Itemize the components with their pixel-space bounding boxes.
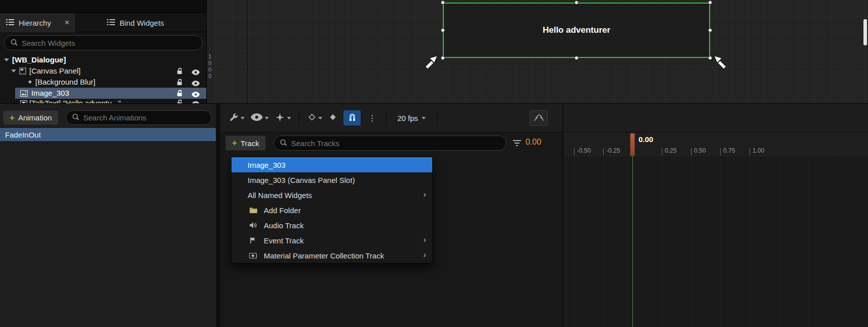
folder-icon	[248, 207, 259, 214]
resize-cursor-icon	[421, 53, 440, 73]
more-options-icon[interactable]: ⋮	[367, 113, 378, 123]
expander-icon[interactable]	[4, 58, 9, 61]
unlock-icon[interactable]	[177, 90, 183, 98]
menu-item-image-303-canvas-slot[interactable]: Image_303 (Canvas Panel Slot)	[232, 172, 432, 187]
timeline-gridline	[574, 158, 574, 327]
resize-handle[interactable]	[441, 28, 445, 32]
resize-handle[interactable]	[708, 28, 712, 32]
expander-icon[interactable]	[11, 70, 16, 73]
fps-label: 20 fps	[397, 114, 418, 122]
viewport-ruler-value: 1000	[208, 53, 214, 80]
chevron-down-icon	[318, 117, 322, 119]
search-icon	[11, 39, 18, 47]
auto-key-button[interactable]	[328, 113, 337, 123]
ruler-tick-label: -0.50	[577, 147, 591, 154]
current-time-display[interactable]: 0.00	[526, 138, 541, 147]
playhead-marker[interactable]	[630, 133, 635, 156]
safe-zone-dashed-line	[247, 0, 248, 103]
eye-icon	[251, 113, 263, 122]
tree-item-wb-dialogue[interactable]: [WB_Dialogue]	[0, 54, 206, 66]
search-widgets-input[interactable]	[22, 39, 196, 47]
menu-item-label: Event Track	[264, 236, 304, 245]
keyframe-options-button[interactable]	[308, 113, 322, 123]
unlock-icon[interactable]	[177, 79, 183, 87]
selected-widget-image-303[interactable]: Hello adventurer	[443, 3, 710, 58]
search-tracks-input[interactable]	[291, 139, 500, 148]
viewport-scrollbar[interactable]	[863, 19, 867, 45]
visibility-eye-icon[interactable]	[192, 79, 200, 88]
timeline-gridline	[808, 158, 808, 327]
panel-divider[interactable]	[216, 104, 220, 327]
unlock-icon[interactable]	[177, 99, 183, 103]
search-animations-box	[66, 110, 212, 125]
search-animations-input[interactable]	[83, 113, 205, 122]
keyframe-filled-diamond-icon	[328, 113, 337, 123]
sequencer-options-button[interactable]	[228, 112, 245, 124]
hierarchy-tab-bar: Hierarchy × Bind Widgets	[0, 13, 206, 32]
resize-handle[interactable]	[574, 56, 578, 60]
menu-item-label: Image_303	[248, 161, 285, 169]
search-icon	[72, 113, 79, 122]
ruler-tick-label: 1.00	[753, 147, 764, 154]
tree-item-label: Image_303	[31, 89, 69, 97]
tree-item-talktext[interactable]: [TalkText] "Hello adventu..."	[0, 99, 206, 103]
fps-dropdown[interactable]: 20 fps	[394, 114, 429, 122]
material-icon	[248, 252, 259, 259]
audio-icon	[248, 222, 259, 229]
tab-hierarchy[interactable]: Hierarchy ×	[0, 13, 76, 32]
menu-item-material-parameter-collection-track[interactable]: Material Parameter Collection Track ›	[232, 248, 432, 263]
plus-icon: +	[10, 113, 15, 123]
add-track-button[interactable]: + Track	[225, 136, 266, 151]
view-options-button[interactable]	[251, 113, 269, 122]
timeline-gridline	[779, 158, 779, 327]
tab-bind-widgets[interactable]: Bind Widgets	[101, 13, 170, 32]
menu-item-label: Material Parameter Collection Track	[264, 251, 384, 260]
sparkle-icon	[275, 112, 285, 124]
unlock-icon[interactable]	[177, 68, 183, 76]
close-icon[interactable]: ×	[65, 18, 69, 27]
ruler-tick-label: 0.50	[694, 147, 706, 154]
filter-icon[interactable]	[512, 140, 522, 148]
tree-item-image-303[interactable]: Image_303	[0, 88, 206, 99]
timeline-gridline	[749, 158, 750, 327]
animation-item-fadeinout[interactable]: FadeInOut	[0, 128, 216, 141]
chevron-down-icon	[265, 117, 269, 119]
widget-text: Hello adventurer	[543, 25, 610, 35]
menu-item-add-folder[interactable]: Add Folder	[232, 203, 432, 218]
resize-handle[interactable]	[574, 1, 578, 5]
toolbar-separator	[437, 110, 437, 125]
tab-label: Hierarchy	[19, 19, 51, 27]
playback-options-button[interactable]	[275, 112, 291, 124]
search-widgets-box	[4, 35, 203, 50]
list-icon	[107, 19, 115, 27]
menu-item-image-303[interactable]: Image_303	[232, 157, 432, 172]
submenu-arrow-icon: ›	[423, 250, 426, 260]
add-track-label: Track	[241, 139, 259, 148]
animation-item-label: FadeInOut	[5, 130, 41, 139]
toolbar-separator	[299, 110, 300, 125]
menu-item-label: Add Folder	[264, 206, 301, 215]
resize-handle[interactable]	[441, 1, 445, 5]
designer-viewport[interactable]: 1000 Hello adventurer	[207, 0, 868, 103]
panel-title-strip	[0, 0, 206, 13]
chevron-down-icon	[422, 117, 426, 119]
resize-handle[interactable]	[708, 1, 712, 5]
timeline-body[interactable]	[563, 158, 868, 327]
visibility-eye-icon[interactable]	[192, 68, 200, 77]
curve-editor-button[interactable]	[530, 110, 548, 126]
submenu-arrow-icon: ›	[423, 189, 426, 200]
add-animation-button[interactable]: + Animation	[3, 110, 59, 125]
snapping-toggle-button[interactable]	[343, 110, 361, 125]
menu-item-audio-track[interactable]: Audio Track	[232, 218, 432, 233]
tree-item-label: [Background Blur]	[35, 78, 95, 86]
tree-item-label: [WB_Dialogue]	[12, 55, 66, 64]
tree-item-canvas-panel[interactable]: [Canvas Panel]	[0, 66, 206, 77]
plus-icon: +	[232, 138, 237, 148]
menu-item-event-track[interactable]: Event Track ›	[232, 233, 432, 248]
tree-item-background-blur[interactable]: [Background Blur]	[0, 77, 206, 88]
umg-editor-window: Hierarchy × Bind Widgets [WB_Dialogue]	[0, 0, 868, 327]
resize-handle[interactable]	[441, 56, 445, 60]
visibility-eye-icon[interactable]	[192, 90, 200, 99]
menu-item-all-named-widgets[interactable]: All Named Widgets ›	[232, 187, 432, 203]
visibility-eye-icon[interactable]	[192, 100, 200, 103]
